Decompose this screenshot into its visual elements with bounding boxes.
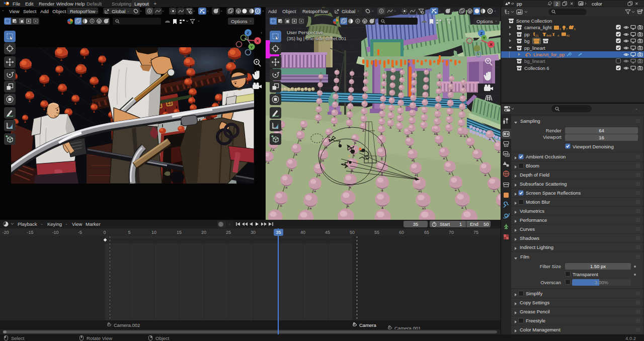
svg-text:848: 848: [546, 34, 552, 37]
svg-text:Y: Y: [250, 45, 253, 49]
svg-text:40: 40: [567, 34, 570, 37]
svg-text:Z: Z: [480, 31, 483, 36]
svg-text:21: 21: [535, 34, 539, 37]
svg-text:Y: Y: [483, 36, 486, 40]
svg-text:3: 3: [574, 28, 576, 31]
svg-text:4: 4: [557, 34, 559, 37]
svg-text:7: 7: [566, 28, 568, 31]
svg-text:3: 3: [559, 28, 561, 31]
svg-text:Z: Z: [247, 31, 250, 35]
svg-text:X: X: [256, 39, 259, 43]
svg-text:X: X: [490, 42, 493, 47]
